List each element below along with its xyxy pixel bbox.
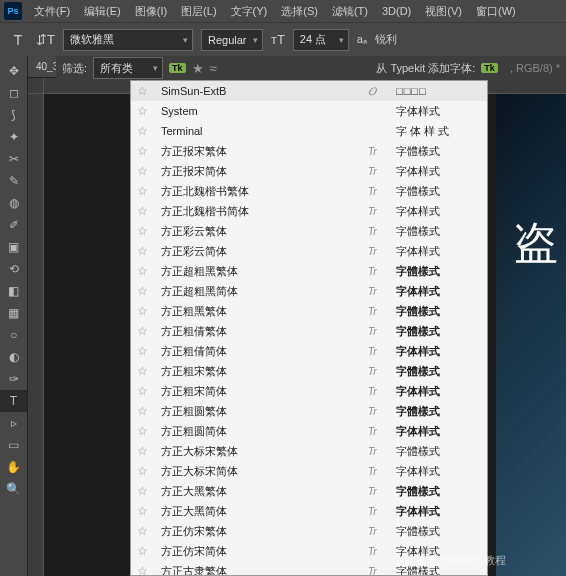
font-type-icon: Tr [368,426,386,437]
menu-file[interactable]: 文件(F) [28,2,76,21]
text-orientation-icon[interactable]: ⇵T [36,32,55,47]
font-family-dropdown[interactable]: 微软雅黑 [63,29,193,51]
font-name: Terminal [161,125,358,137]
favorite-star-icon[interactable]: ☆ [137,264,151,278]
font-row[interactable]: ☆方正报宋繁体Tr字體樣式 [131,141,487,161]
font-row[interactable]: ☆方正粗倩简体Tr字体样式 [131,341,487,361]
font-row[interactable]: ☆方正粗宋简体Tr字体样式 [131,381,487,401]
font-row[interactable]: ☆Terminal字 体 样 式 [131,121,487,141]
favorite-star-icon[interactable]: ☆ [137,464,151,478]
menu-image[interactable]: 图像(I) [129,2,173,21]
menu-edit[interactable]: 编辑(E) [78,2,127,21]
tool-marquee[interactable]: ◻ [0,82,27,104]
font-row[interactable]: ☆方正仿宋繁体Tr字體樣式 [131,521,487,541]
menu-view[interactable]: 视图(V) [419,2,468,21]
favorite-star-icon[interactable]: ☆ [137,504,151,518]
font-row[interactable]: ☆方正大标宋繁体Tr字體樣式 [131,441,487,461]
favorite-star-icon[interactable]: ☆ [137,284,151,298]
favorite-star-icon[interactable]: ☆ [137,364,151,378]
favorite-star-icon[interactable]: ☆ [137,404,151,418]
typekit-filter-icon[interactable]: Tk [169,63,186,73]
tool-lasso[interactable]: ⟆ [0,104,27,126]
font-preview: 字體樣式 [396,264,481,279]
tool-gradient[interactable]: ▦ [0,302,27,324]
favorite-star-icon[interactable]: ☆ [137,224,151,238]
font-size-dropdown[interactable]: 24 点 [293,29,349,51]
favorite-star-icon[interactable]: ☆ [137,204,151,218]
favorite-star-icon[interactable]: ☆ [137,564,151,576]
font-type-icon: Tr [368,206,386,217]
font-row[interactable]: ☆方正大黑繁体Tr字體樣式 [131,481,487,501]
favorite-star-icon[interactable]: ☆ [137,524,151,538]
tool-brush[interactable]: ✐ [0,214,27,236]
menu-select[interactable]: 选择(S) [275,2,324,21]
tool-text[interactable]: T [0,390,27,412]
menu-filter[interactable]: 滤镜(T) [326,2,374,21]
antialiasing-value[interactable]: 锐利 [375,32,397,47]
font-row[interactable]: ☆方正报宋简体Tr字体样式 [131,161,487,181]
tool-move[interactable]: ✥ [0,60,27,82]
font-row[interactable]: ☆方正大黑简体Tr字体样式 [131,501,487,521]
font-row[interactable]: ☆方正北魏楷书繁体Tr字體樣式 [131,181,487,201]
tool-blur[interactable]: ○ [0,324,27,346]
tool-wand[interactable]: ✦ [0,126,27,148]
favorite-star-icon[interactable]: ☆ [137,144,151,158]
font-style-dropdown[interactable]: Regular [201,29,263,51]
favorite-star-icon[interactable]: ☆ [137,184,151,198]
favorite-star-icon[interactable]: ☆ [137,304,151,318]
font-row[interactable]: ☆方正超粗黑繁体Tr字體樣式 [131,261,487,281]
favorite-star-icon[interactable]: ☆ [137,124,151,138]
favorite-star-icon[interactable]: ☆ [137,104,151,118]
font-row[interactable]: ☆方正粗倩繁体Tr字體樣式 [131,321,487,341]
favorite-star-icon[interactable]: ☆ [137,84,151,98]
tool-heal[interactable]: ◍ [0,192,27,214]
tool-pen[interactable]: ✑ [0,368,27,390]
menu-window[interactable]: 窗口(W) [470,2,522,21]
font-type-icon: Tr [368,166,386,177]
menu-3d[interactable]: 3D(D) [376,3,417,19]
typekit-add-icon[interactable]: Tk [481,63,498,73]
tool-shape[interactable]: ▭ [0,434,27,456]
font-row[interactable]: ☆方正超粗黑简体Tr字体样式 [131,281,487,301]
font-row[interactable]: ☆方正彩云简体Tr字体样式 [131,241,487,261]
font-type-icon: 𝑂 [368,86,386,97]
font-type-icon: Tr [368,446,386,457]
font-row[interactable]: ☆SimSun-ExtB𝑂□□□□ [131,81,487,101]
tool-stamp[interactable]: ▣ [0,236,27,258]
favorite-star-icon[interactable]: ☆ [137,344,151,358]
favorite-star-icon[interactable]: ☆ [137,424,151,438]
favorite-star-icon[interactable]: ☆ [137,484,151,498]
tool-hand[interactable]: ✋ [0,456,27,478]
tool-crop[interactable]: ✂ [0,148,27,170]
similar-filter-icon[interactable]: ≈ [210,61,217,76]
font-row[interactable]: ☆方正粗黑繁体Tr字體樣式 [131,301,487,321]
favorite-star-icon[interactable]: ☆ [137,244,151,258]
favorite-star-icon[interactable]: ☆ [137,384,151,398]
font-row[interactable]: ☆方正彩云繁体Tr字體樣式 [131,221,487,241]
font-type-icon: Tr [368,366,386,377]
favorite-filter-icon[interactable]: ★ [192,61,204,76]
menu-layer[interactable]: 图层(L) [175,2,222,21]
tool-history[interactable]: ⟲ [0,258,27,280]
favorite-star-icon[interactable]: ☆ [137,444,151,458]
tool-eraser[interactable]: ◧ [0,280,27,302]
favorite-star-icon[interactable]: ☆ [137,324,151,338]
font-type-icon: Tr [368,526,386,537]
font-row[interactable]: ☆方正粗宋繁体Tr字體樣式 [131,361,487,381]
font-row[interactable]: ☆System字体样式 [131,101,487,121]
tool-zoom[interactable]: 🔍 [0,478,27,500]
tool-dodge[interactable]: ◐ [0,346,27,368]
tool-eyedropper[interactable]: ✎ [0,170,27,192]
font-row[interactable]: ☆方正大标宋简体Tr字体样式 [131,461,487,481]
menu-type[interactable]: 文字(Y) [225,2,274,21]
font-row[interactable]: ☆方正粗圆繁体Tr字體樣式 [131,401,487,421]
filter-class-dropdown[interactable]: 所有类 [93,57,163,79]
font-row[interactable]: ☆方正粗圆简体Tr字体样式 [131,421,487,441]
favorite-star-icon[interactable]: ☆ [137,164,151,178]
font-row[interactable]: ☆方正北魏楷书简体Tr字体样式 [131,201,487,221]
tool-path[interactable]: ▹ [0,412,27,434]
favorite-star-icon[interactable]: ☆ [137,544,151,558]
font-type-icon: Tr [368,146,386,157]
font-name: 方正大黑繁体 [161,484,358,499]
font-name: 方正粗倩简体 [161,344,358,359]
